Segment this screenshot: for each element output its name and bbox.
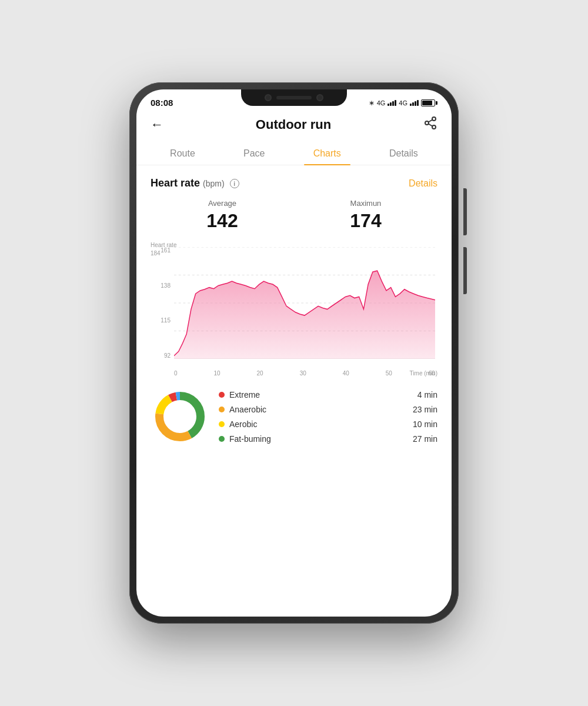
phone-screen: 08:08 ∗ 4G 4G (136, 89, 452, 617)
svg-point-15 (165, 401, 195, 432)
bluetooth-icon: ∗ (369, 99, 375, 107)
zone-fat-burning: Fat-buming 27 min (219, 434, 437, 444)
aerobic-name: Aerobic (229, 419, 408, 429)
extreme-time: 4 min (417, 390, 437, 399)
anaerobic-name: Anaerobic (229, 405, 408, 414)
aerobic-dot (219, 421, 225, 427)
svg-line-3 (429, 124, 433, 126)
info-icon[interactable]: i (230, 179, 239, 188)
anaerobic-dot (219, 407, 225, 412)
section-unit: (bpm) (203, 179, 225, 188)
heart-rate-header: Heart rate (bpm) i Details (151, 177, 437, 189)
tab-details[interactable]: Details (380, 142, 427, 165)
zone-anaerobic: Anaerobic 23 min (219, 405, 437, 414)
section-title-text: Heart rate (151, 177, 200, 189)
fat-burning-dot (219, 436, 225, 442)
back-button[interactable]: ← (151, 117, 163, 132)
extreme-dot (219, 392, 225, 398)
fat-burning-time: 27 min (413, 434, 437, 444)
chart-svg-area (174, 247, 435, 359)
average-label: Average (206, 199, 238, 208)
y-axis-ticks: 92 115 138 161 (151, 247, 173, 359)
fat-burning-name: Fat-buming (229, 434, 408, 444)
notch (241, 89, 347, 106)
y-tick-2: 138 (151, 282, 173, 289)
sensor (316, 94, 323, 101)
y-tick-0: 92 (151, 352, 173, 359)
heart-rate-chart: Heart rate 184 92 115 138 161 (151, 241, 437, 377)
page-title: Outdoor run (256, 117, 331, 132)
power-button[interactable] (463, 188, 467, 235)
battery-indicator (421, 99, 437, 106)
status-icons: ∗ 4G 4G (369, 99, 437, 107)
y-tick-1: 115 (151, 317, 173, 324)
maximum-label: Maximun (350, 199, 381, 208)
phone-frame: 08:08 ∗ 4G 4G (129, 82, 459, 624)
anaerobic-time: 23 min (413, 405, 437, 414)
app-screen: 08:08 ∗ 4G 4G (136, 89, 452, 617)
front-camera (265, 94, 272, 101)
stats-row: Average 142 Maximun 174 (151, 199, 437, 232)
x-tick-1: 10 (214, 370, 220, 377)
tab-route[interactable]: Route (161, 142, 205, 165)
x-tick-0: 0 (174, 370, 178, 377)
status-time: 08:08 (151, 98, 173, 108)
page-header: ← Outdoor run (136, 111, 452, 142)
section-title: Heart rate (bpm) i (151, 177, 239, 189)
network-label: 4G (377, 99, 386, 106)
x-tick-3: 30 (300, 370, 306, 377)
donut-chart (151, 387, 209, 446)
zone-aerobic: Aerobic 10 min (219, 419, 437, 429)
y-tick-3: 161 (151, 247, 173, 254)
zones-list: Extreme 4 min Anaerobic 23 min Aerobic 1… (219, 387, 437, 446)
volume-button[interactable] (463, 247, 467, 294)
maximum-value: 174 (350, 210, 381, 232)
x-tick-2: 20 (257, 370, 263, 377)
details-link[interactable]: Details (409, 178, 437, 189)
network-label-2: 4G (399, 99, 407, 106)
x-axis-ticks: 0 10 20 30 40 50 60 (174, 370, 435, 377)
x-tick-5: 50 (386, 370, 392, 377)
speaker (276, 96, 312, 99)
aerobic-time: 10 min (413, 419, 437, 429)
average-stat: Average 142 (206, 199, 238, 232)
donut-svg (151, 387, 209, 446)
x-tick-4: 40 (343, 370, 349, 377)
signal-bars-1 (387, 100, 396, 106)
zone-extreme: Extreme 4 min (219, 390, 437, 399)
x-axis-label: Time (min) (410, 370, 437, 377)
average-value: 142 (206, 210, 238, 232)
chart-svg (174, 247, 435, 359)
section-title-area: Heart rate (bpm) i (151, 177, 239, 189)
zones-section: Extreme 4 min Anaerobic 23 min Aerobic 1… (151, 381, 437, 452)
tab-bar: Route Pace Charts Details (136, 142, 452, 165)
extreme-name: Extreme (229, 390, 413, 399)
signal-bars-2 (410, 100, 419, 106)
share-button[interactable] (423, 116, 437, 133)
svg-line-4 (429, 120, 433, 122)
main-content: Heart rate (bpm) i Details Average 142 M… (136, 165, 452, 452)
tab-pace[interactable]: Pace (234, 142, 274, 165)
tab-charts[interactable]: Charts (304, 142, 350, 165)
maximum-stat: Maximun 174 (350, 199, 381, 232)
